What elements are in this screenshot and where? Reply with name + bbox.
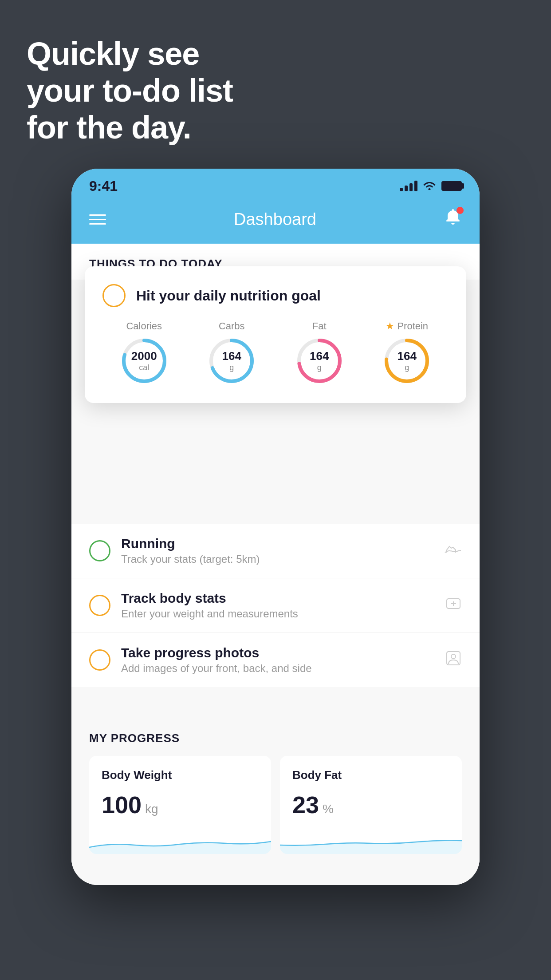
fat-chart: 164 g bbox=[295, 336, 344, 385]
body-stats-title: Track body stats bbox=[121, 591, 434, 606]
person-icon bbox=[445, 650, 462, 671]
card-title: Hit your daily nutrition goal bbox=[136, 288, 321, 304]
body-weight-card: Body Weight 100 kg bbox=[89, 756, 271, 854]
notification-dot bbox=[457, 207, 464, 214]
photos-title: Take progress photos bbox=[121, 645, 434, 660]
running-title: Running bbox=[121, 536, 433, 551]
todo-circle bbox=[102, 284, 126, 307]
nutrition-carbs: Carbs 164 g bbox=[207, 320, 256, 385]
wifi-icon bbox=[423, 179, 436, 193]
star-icon: ★ bbox=[386, 320, 394, 332]
notification-button[interactable] bbox=[444, 209, 462, 230]
nav-bar: Dashboard bbox=[71, 200, 480, 244]
body-stats-subtitle: Enter your weight and measurements bbox=[121, 608, 434, 620]
phone-mockup: 9:41 Dashboard bbox=[71, 169, 480, 885]
body-weight-number: 100 bbox=[102, 791, 142, 818]
body-weight-value: 100 kg bbox=[102, 791, 259, 818]
scale-icon bbox=[445, 595, 462, 616]
battery-icon bbox=[441, 181, 462, 191]
carbs-chart: 164 g bbox=[207, 336, 256, 385]
body-weight-unit: kg bbox=[145, 802, 158, 816]
headline: Quickly see your to-do list for the day. bbox=[27, 36, 233, 146]
status-time: 9:41 bbox=[89, 178, 118, 194]
protein-label: ★ Protein bbox=[386, 320, 428, 332]
photos-circle bbox=[89, 649, 110, 671]
floating-card: Hit your daily nutrition goal Calories bbox=[85, 266, 466, 403]
nutrition-row: Calories 2000 cal bbox=[102, 320, 449, 385]
body-fat-value: 23 % bbox=[292, 791, 449, 818]
body-fat-number: 23 bbox=[292, 791, 319, 818]
calories-label: Calories bbox=[126, 320, 162, 332]
protein-chart: 164 g bbox=[382, 336, 431, 385]
body-weight-label: Body Weight bbox=[102, 768, 259, 782]
bottom-spacer bbox=[71, 863, 480, 885]
shoe-icon bbox=[444, 541, 462, 560]
running-circle bbox=[89, 540, 110, 561]
list-item-body-stats[interactable]: Track body stats Enter your weight and m… bbox=[71, 578, 480, 633]
floating-card-wrapper: Hit your daily nutrition goal Calories bbox=[71, 280, 480, 408]
menu-button[interactable] bbox=[89, 214, 106, 225]
spacer bbox=[71, 687, 480, 714]
list-section: Running Track your stats (target: 5km) T… bbox=[71, 524, 480, 687]
nav-title: Dashboard bbox=[234, 210, 316, 229]
app-content: THINGS TO DO TODAY Hit your daily nutrit… bbox=[71, 244, 480, 885]
nutrition-calories: Calories 2000 cal bbox=[120, 320, 169, 385]
progress-title: MY PROGRESS bbox=[89, 731, 462, 745]
fat-label: Fat bbox=[312, 320, 327, 332]
list-item-running[interactable]: Running Track your stats (target: 5km) bbox=[71, 524, 480, 578]
running-text: Running Track your stats (target: 5km) bbox=[121, 536, 433, 565]
body-stats-circle bbox=[89, 595, 110, 616]
bell-icon bbox=[444, 211, 462, 230]
nutrition-protein: ★ Protein 164 g bbox=[382, 320, 431, 385]
progress-cards: Body Weight 100 kg Body Fat bbox=[89, 756, 462, 854]
status-icons bbox=[400, 179, 462, 193]
body-fat-chart bbox=[280, 827, 462, 854]
carbs-label: Carbs bbox=[219, 320, 245, 332]
nutrition-fat: Fat 164 g bbox=[295, 320, 344, 385]
running-subtitle: Track your stats (target: 5km) bbox=[121, 553, 433, 565]
photos-subtitle: Add images of your front, back, and side bbox=[121, 662, 434, 675]
signal-icon bbox=[400, 181, 417, 191]
body-fat-label: Body Fat bbox=[292, 768, 449, 782]
body-fat-unit: % bbox=[323, 802, 334, 816]
progress-section: MY PROGRESS Body Weight 100 kg bbox=[71, 714, 480, 863]
status-bar: 9:41 bbox=[71, 169, 480, 200]
body-fat-card: Body Fat 23 % bbox=[280, 756, 462, 854]
body-stats-text: Track body stats Enter your weight and m… bbox=[121, 591, 434, 620]
svg-point-10 bbox=[451, 654, 456, 659]
photos-text: Take progress photos Add images of your … bbox=[121, 645, 434, 675]
calories-chart: 2000 cal bbox=[120, 336, 169, 385]
card-header: Hit your daily nutrition goal bbox=[102, 284, 449, 307]
body-weight-chart bbox=[89, 827, 271, 854]
list-item-photos[interactable]: Take progress photos Add images of your … bbox=[71, 633, 480, 687]
